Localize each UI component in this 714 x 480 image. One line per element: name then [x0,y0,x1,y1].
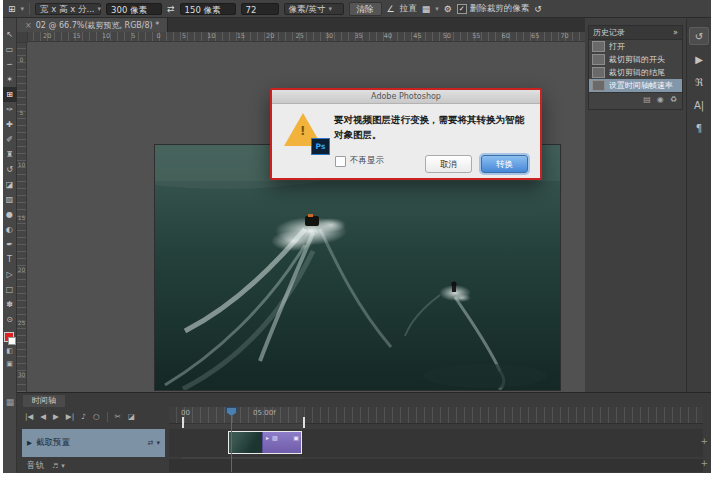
tool-zoom[interactable]: ⊙ [3,312,17,327]
tool-lasso[interactable]: ∽ [3,57,17,72]
timeline-panel: 时间轴 |◀◀▶▶|♪○✂◪ 00 05:00f ▶ 截取预置 ⇄▾ ▸▨▣ [17,392,711,473]
tool-brush[interactable]: ✐ [3,132,17,147]
tool-crop[interactable]: ⊞ [3,87,17,102]
tool-shape[interactable]: □ [3,282,17,297]
tool-clone-stamp[interactable]: ♜ [3,147,17,162]
reset-icon[interactable]: ↺ [534,4,542,14]
history-item-label: 裁切剪辑的开头 [609,54,665,65]
timeline-tab[interactable]: 时间轴 [23,395,65,407]
history-panel-icon[interactable]: ↺ [689,27,709,45]
new-document-from-state-icon[interactable]: ▤ [643,95,651,104]
ruler-left-label: 15 [18,214,26,221]
document-tab-bar: × 02 @ 66.7%(裁剪预览, RGB/8) * [17,18,585,32]
history-item-label: 裁切剪辑的结尾 [609,67,665,78]
audio-track-header[interactable]: 音轨 ♬▾ [22,459,165,472]
video-track-lane[interactable]: ▸▨▣ [169,429,703,457]
history-item[interactable]: 裁切剪辑的开头 [589,53,682,66]
crop-width-input[interactable]: 300 像素 [106,3,162,15]
add-audio-track-button[interactable]: + [700,459,708,468]
cancel-button[interactable]: 取消 [425,155,472,173]
audio-track-lane[interactable] [169,459,703,472]
next-frame-button[interactable]: ▶| [66,412,74,421]
ruler-top-label: 10 [102,32,110,40]
paragraph-panel-icon[interactable]: ¶ [689,119,709,137]
tool-eraser[interactable]: ◪ [3,177,17,192]
history-item[interactable]: 打开 [589,40,682,53]
swap-dimensions-icon[interactable]: ⇄ [167,4,175,14]
delete-cropped-pixels-checkbox[interactable]: ✓ 删除裁剪的像素 [457,3,530,15]
tool-eyedropper[interactable]: ✑ [3,102,17,117]
disclosure-triangle-icon[interactable]: ▶ [27,439,32,447]
work-area-end-handle[interactable] [303,417,305,428]
convert-button[interactable]: 转换 [481,155,528,173]
tool-hand[interactable]: ✽ [3,297,17,312]
video-track-header[interactable]: ▶ 截取预置 ⇄▾ [22,429,165,457]
screen-mode-button[interactable]: ▣ [3,358,17,371]
tool-dodge[interactable]: ◐ [3,222,17,237]
new-snapshot-icon[interactable]: ◉ [657,95,664,104]
tool-history-brush[interactable]: ↺ [3,162,17,177]
quick-mask-button[interactable]: ◧ [3,345,17,358]
chevron-down-icon: ▾ [435,5,439,13]
tool-pen[interactable]: ✒ [3,237,17,252]
photoshop-window: ⊞ ▾ 宽 x 高 x 分... ▾ 300 像素 ⇄ 150 像素 72 像素… [3,0,711,473]
work-area-start-handle[interactable] [182,417,184,428]
crop-options-gear-icon[interactable]: ⚙ [444,4,452,14]
ruler-top-label: 25 [296,32,304,40]
options-bar: ⊞ ▾ 宽 x 高 x 分... ▾ 300 像素 ⇄ 150 像素 72 像素… [3,0,711,18]
resolution-input[interactable]: 72 [241,3,279,15]
render-video-button[interactable]: ○ [93,412,100,421]
audio-track-option-icon[interactable]: ♬ [52,462,58,470]
crop-height-input[interactable]: 150 像素 [180,3,236,15]
video-track-option-icon[interactable]: ⇄ [148,439,154,447]
character-styles-panel-icon[interactable]: ℜ [689,73,709,91]
history-panel: 历史记录 » 打开裁切剪辑的开头裁切剪辑的结尾设置时间轴帧速率 ▤◉♻ [588,25,683,110]
dont-show-again-checkbox[interactable]: 不再显示 [335,155,384,167]
tool-magic-wand[interactable]: ✶ [3,72,17,87]
audio-mute-button[interactable]: ♪ [81,412,86,421]
tool-healing-brush[interactable]: ✚ [3,117,17,132]
video-track-option-icon[interactable]: ▾ [156,439,160,447]
history-panel-header: 历史记录 » [589,26,682,40]
resolution-unit-dropdown[interactable]: 像素/英寸 ▾ [284,3,344,15]
history-item[interactable]: 设置时间轴帧速率 [589,79,682,92]
audio-track-icons: ♬▾ [52,462,65,470]
overlay-options-icon[interactable]: ▦ [422,4,431,14]
crop-tool-icon[interactable]: ⊞ [8,4,16,14]
play-button[interactable]: ▶ [53,412,59,421]
actions-panel-icon[interactable]: ▶ [689,50,709,68]
previous-frame-button[interactable]: ◀ [40,412,46,421]
tool-gradient[interactable]: ▨ [3,192,17,207]
dialog-message: 要对视频图层进行变换，需要将其转换为智能对象图层。 [334,113,526,142]
video-clip[interactable]: ▸▨▣ [228,431,302,454]
canvas-area[interactable]: 20151050510152025303540455055606570 0510… [17,32,585,392]
crop-preset-dropdown[interactable]: 宽 x 高 x 分... ▾ [35,3,101,15]
clear-button[interactable]: 清除 [349,2,382,16]
add-video-track-button[interactable]: + [700,437,708,446]
delete-state-icon[interactable]: ♻ [670,95,677,104]
ruler-top-label: 45 [413,32,421,40]
tool-marquee[interactable]: ▭ [3,42,17,57]
ruler-left-label: 10 [18,161,26,168]
straighten-label[interactable]: 拉直 [400,3,417,15]
tab-close-icon[interactable]: × [25,21,32,30]
go-to-first-frame-button[interactable]: |◀ [25,412,33,421]
panel-menu-icon[interactable]: » [673,28,678,37]
tool-move[interactable]: ↖ [3,27,17,42]
tool-type[interactable]: T [3,252,17,267]
transition-button[interactable]: ◪ [128,412,135,421]
split-at-playhead-button[interactable]: ✂ [115,412,121,421]
character-panel-icon[interactable]: A| [689,96,709,114]
color-swatches[interactable] [4,332,16,345]
document-tab[interactable]: × 02 @ 66.7%(裁剪预览, RGB/8) * [17,18,168,32]
tool-path-select[interactable]: ▷ [3,267,17,282]
ruler-left: 051015202530 [17,42,27,392]
tool-blur[interactable]: ● [3,207,17,222]
audio-track-option-icon[interactable]: ▾ [61,462,65,470]
background-color-swatch[interactable] [8,337,16,345]
checkbox-box[interactable] [335,156,346,167]
straighten-icon[interactable]: ∠ [387,4,395,14]
chevron-down-icon: ▾ [98,3,102,15]
history-item[interactable]: 裁切剪辑的结尾 [589,66,682,79]
tool-preset-caret-icon[interactable]: ▾ [21,5,25,13]
